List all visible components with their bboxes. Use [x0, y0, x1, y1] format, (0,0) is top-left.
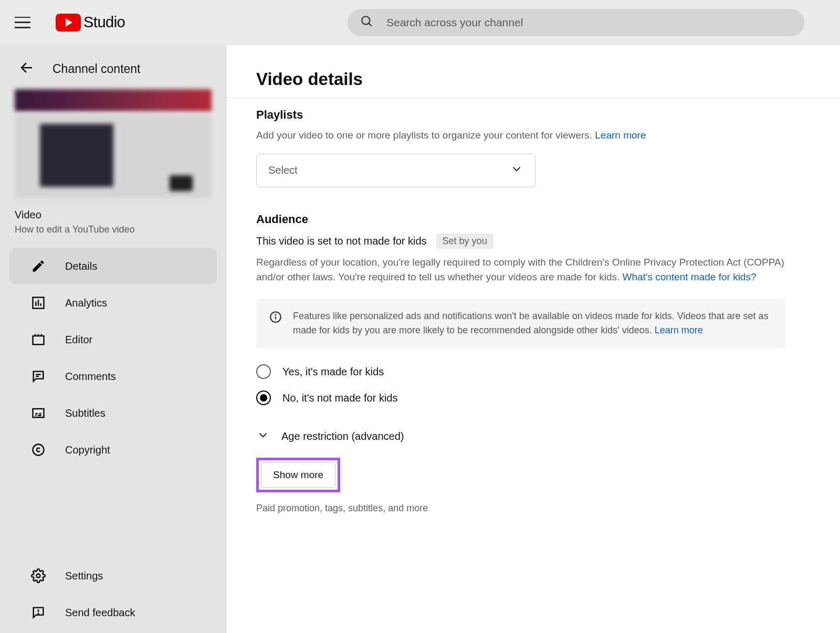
subtitles-icon	[30, 405, 46, 421]
sidebar-item-settings[interactable]: Settings	[9, 557, 217, 594]
audience-info-learn-more-link[interactable]: Learn more	[655, 325, 703, 335]
content-for-kids-link[interactable]: What's content made for kids?	[623, 271, 757, 282]
sidebar-item-label: Settings	[65, 570, 103, 582]
pencil-icon	[30, 258, 46, 274]
age-restriction-toggle[interactable]: Age restriction (advanced)	[256, 428, 785, 444]
youtube-play-icon	[56, 14, 81, 31]
video-info-label: Video	[15, 209, 212, 221]
search-bar[interactable]	[348, 9, 804, 36]
set-by-you-badge: Set by you	[436, 234, 494, 249]
audience-desc: Regardless of your location, you're lega…	[256, 255, 785, 285]
show-more-hint: Paid promotion, tags, subtitles, and mor…	[256, 503, 785, 514]
show-more-button[interactable]: Show more	[261, 462, 335, 488]
back-arrow-icon	[19, 60, 35, 78]
svg-point-21	[38, 614, 38, 614]
svg-point-0	[362, 16, 370, 24]
playlists-learn-more-link[interactable]: Learn more	[595, 130, 646, 141]
back-to-channel-content[interactable]: Channel content	[0, 45, 226, 89]
sidebar-item-subtitles[interactable]: Subtitles	[9, 395, 217, 431]
video-thumbnail[interactable]	[0, 89, 226, 204]
playlists-select-label: Select	[268, 164, 298, 176]
copyright-icon	[30, 442, 46, 458]
age-restriction-label: Age restriction (advanced)	[281, 430, 404, 442]
chevron-down-icon	[510, 162, 523, 178]
sidebar-item-label: Subtitles	[65, 407, 106, 419]
svg-line-1	[369, 23, 371, 26]
audience-title: Audience	[256, 213, 785, 226]
menu-button[interactable]	[15, 17, 30, 28]
audience-status-text: This video is set to not made for kids	[256, 235, 427, 247]
analytics-icon	[30, 295, 46, 311]
logo-text: Studio	[83, 14, 125, 31]
playlists-title: Playlists	[256, 108, 785, 122]
video-info-title: How to edit a YouTube video	[15, 224, 212, 235]
audience-info-box: Features like personalized ads and notif…	[256, 299, 785, 349]
main-content: Video details Playlists Add your video t…	[227, 45, 840, 633]
sidebar: Channel content Video How to edit a YouT…	[0, 45, 227, 633]
radio-made-for-kids-yes[interactable]: Yes, it's made for kids	[256, 364, 785, 379]
sidebar-item-label: Analytics	[65, 297, 107, 309]
sidebar-item-analytics[interactable]: Analytics	[9, 284, 217, 321]
svg-point-19	[37, 574, 40, 578]
sidebar-item-label: Details	[65, 260, 97, 272]
search-icon	[360, 15, 374, 30]
video-info: Video How to edit a YouTube video	[0, 204, 226, 245]
sidebar-item-label: Editor	[65, 334, 92, 346]
sidebar-item-editor[interactable]: Editor	[9, 321, 217, 358]
header: Studio	[0, 0, 840, 45]
radio-icon	[256, 364, 271, 379]
show-more-highlight: Show more	[256, 458, 340, 492]
editor-icon	[30, 332, 46, 347]
playlists-desc: Add your video to one or more playlists …	[256, 128, 785, 143]
sidebar-item-details[interactable]: Details	[9, 248, 217, 284]
svg-point-24	[275, 314, 276, 315]
radio-label: No, it's not made for kids	[282, 392, 397, 404]
gear-icon	[30, 568, 46, 584]
sidebar-item-copyright[interactable]: Copyright	[9, 431, 217, 468]
youtube-studio-logo[interactable]: Studio	[56, 14, 125, 31]
sidebar-item-label: Copyright	[65, 444, 110, 456]
radio-icon	[256, 391, 271, 405]
comments-icon	[30, 368, 46, 384]
svg-rect-7	[33, 336, 44, 344]
sidebar-item-feedback[interactable]: Send feedback	[9, 594, 217, 631]
sidebar-item-comments[interactable]: Comments	[9, 358, 217, 395]
page-title: Video details	[256, 69, 785, 89]
playlists-select[interactable]: Select	[256, 154, 536, 187]
back-title: Channel content	[52, 62, 141, 76]
feedback-icon	[30, 605, 46, 620]
sidebar-item-label: Comments	[65, 371, 116, 383]
search-input[interactable]	[386, 16, 792, 29]
radio-made-for-kids-no[interactable]: No, it's not made for kids	[256, 391, 785, 405]
radio-label: Yes, it's made for kids	[282, 366, 384, 378]
svg-point-18	[33, 445, 44, 456]
sidebar-item-label: Send feedback	[65, 607, 135, 619]
info-icon	[269, 309, 282, 339]
chevron-down-icon	[256, 428, 270, 444]
